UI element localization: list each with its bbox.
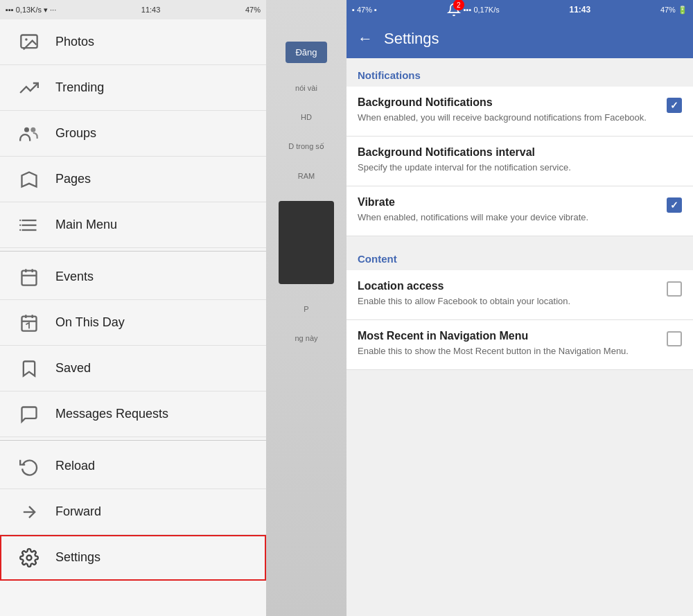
left-panel: ▪▪▪ 0,13K/s ▾ ··· 11:43 47% Photos Trend… bbox=[0, 0, 266, 616]
forward-label: Forward bbox=[55, 504, 101, 519]
setting-bg-notifications-interval[interactable]: Background Notifications interval Specif… bbox=[346, 137, 693, 186]
section-gap bbox=[346, 236, 693, 242]
events-icon bbox=[14, 262, 44, 292]
sidebar-item-events[interactable]: Events bbox=[0, 254, 266, 300]
on-this-day-label: On This Day bbox=[55, 315, 125, 330]
sidebar-item-messages-requests[interactable]: Messages Requests bbox=[0, 391, 266, 437]
location-title: Location access bbox=[358, 280, 658, 292]
setting-background-notifications[interactable]: Background Notifications When enabled, y… bbox=[346, 87, 693, 137]
sidebar-item-trending[interactable]: Trending bbox=[0, 65, 266, 111]
middle-content: Đăng nói vài HD D trong số RAM P ng này bbox=[266, 0, 346, 616]
svg-point-8 bbox=[19, 219, 21, 220]
middle-text-6: ng này bbox=[295, 334, 317, 342]
middle-text-5: P bbox=[304, 305, 308, 313]
middle-text-4: RAM bbox=[298, 172, 315, 180]
wifi-icon: ▾ bbox=[44, 6, 48, 15]
battery-icon-right: ▪ 47% ▪ bbox=[352, 6, 377, 14]
saved-label: Saved bbox=[55, 361, 91, 376]
vibrate-desc: When enabled, notifications will make yo… bbox=[358, 211, 658, 224]
sidebar-item-forward[interactable]: Forward bbox=[0, 489, 266, 535]
status-bar-left: ▪▪▪ 0,13K/s ▾ ··· 11:43 47% bbox=[0, 0, 266, 19]
sidebar-item-photos[interactable]: Photos bbox=[0, 19, 266, 65]
time-right: 11:43 bbox=[569, 5, 590, 15]
back-button[interactable]: ← bbox=[358, 30, 373, 48]
calendar-icon bbox=[14, 308, 44, 338]
svg-rect-0 bbox=[21, 35, 37, 48]
sidebar-item-saved[interactable]: Saved bbox=[0, 346, 266, 391]
bg-notifications-checkbox[interactable] bbox=[667, 98, 682, 113]
bg-notifications-desc: When enabled, you will receive backgroun… bbox=[358, 112, 658, 124]
photos-label: Photos bbox=[55, 35, 94, 49]
bg-interval-text: Background Notifications interval Specif… bbox=[358, 146, 682, 174]
settings-header: ← Settings bbox=[346, 19, 693, 58]
setting-vibrate[interactable]: Vibrate When enabled, notifications will… bbox=[346, 186, 693, 236]
bg-interval-title: Background Notifications interval bbox=[358, 146, 674, 159]
svg-point-9 bbox=[19, 224, 21, 225]
messages-requests-label: Messages Requests bbox=[55, 407, 168, 421]
location-checkbox[interactable] bbox=[667, 281, 682, 297]
dang-button[interactable]: Đăng bbox=[286, 42, 326, 63]
battery-right: 47% 🔋 bbox=[660, 6, 687, 15]
forward-icon bbox=[14, 497, 44, 527]
vibrate-text: Vibrate When enabled, notifications will… bbox=[358, 196, 667, 224]
right-status-center: 2 ▪▪▪ 0,17K/s bbox=[447, 3, 500, 17]
sidebar-item-on-this-day[interactable]: On This Day bbox=[0, 300, 266, 346]
reload-label: Reload bbox=[55, 459, 95, 473]
middle-panel: Đăng nói vài HD D trong số RAM P ng này bbox=[266, 0, 346, 616]
right-status-left: 11:43 bbox=[141, 6, 161, 14]
divider-2 bbox=[0, 440, 266, 441]
bookmark-icon bbox=[14, 353, 44, 384]
dots-icon: ··· bbox=[50, 6, 56, 14]
notification-icon-area: 2 bbox=[447, 3, 461, 17]
trending-label: Trending bbox=[55, 80, 104, 95]
svg-rect-11 bbox=[22, 270, 37, 285]
most-recent-checkbox[interactable] bbox=[667, 331, 682, 346]
most-recent-title: Most Recent in Navigation Menu bbox=[358, 330, 658, 342]
setting-most-recent-nav[interactable]: Most Recent in Navigation Menu Enable th… bbox=[346, 320, 693, 370]
status-bar-right: ▪ 47% ▪ 2 ▪▪▪ 0,17K/s 11:43 47% 🔋 bbox=[346, 0, 693, 19]
location-desc: Enable this to allow Facebook to obtain … bbox=[358, 295, 658, 308]
svg-marker-4 bbox=[22, 172, 37, 186]
photo-icon bbox=[14, 27, 44, 58]
sidebar-item-pages[interactable]: Pages bbox=[0, 157, 266, 202]
sidebar-item-reload[interactable]: Reload bbox=[0, 443, 266, 489]
right-status-left-icons: ▪ 47% ▪ bbox=[352, 6, 377, 14]
middle-text-2: HD bbox=[301, 113, 312, 121]
menu-list: Photos Trending Groups Pages bbox=[0, 19, 266, 616]
list-icon bbox=[14, 210, 44, 240]
middle-text-3: D trong số bbox=[288, 142, 324, 151]
bg-interval-desc: Specify the update interval for the noti… bbox=[358, 161, 674, 174]
signal-right: ▪▪▪ 0,17K/s bbox=[464, 6, 500, 14]
middle-text-1: nói vài bbox=[292, 84, 320, 92]
left-status-icons: ▪▪▪ 0,13K/s ▾ ··· bbox=[6, 6, 56, 15]
pages-icon bbox=[14, 164, 44, 195]
settings-label: Settings bbox=[55, 550, 100, 565]
events-label: Events bbox=[55, 270, 94, 284]
most-recent-text: Most Recent in Navigation Menu Enable th… bbox=[358, 330, 667, 358]
svg-point-2 bbox=[24, 127, 29, 132]
vibrate-checkbox[interactable] bbox=[667, 197, 682, 213]
settings-content: Notifications Background Notifications W… bbox=[346, 58, 693, 616]
battery-left: 47% bbox=[245, 6, 261, 14]
most-recent-desc: Enable this to show the Most Recent butt… bbox=[358, 345, 658, 358]
main-menu-label: Main Menu bbox=[55, 218, 117, 232]
sidebar-item-settings[interactable]: Settings bbox=[0, 535, 266, 581]
sidebar-item-main-menu[interactable]: Main Menu bbox=[0, 202, 266, 248]
dark-image-block bbox=[279, 201, 334, 284]
location-text: Location access Enable this to allow Fac… bbox=[358, 280, 667, 308]
settings-title: Settings bbox=[384, 30, 439, 48]
bg-notifications-text: Background Notifications When enabled, y… bbox=[358, 96, 667, 124]
trending-icon bbox=[14, 73, 44, 103]
svg-point-1 bbox=[25, 38, 28, 41]
groups-label: Groups bbox=[55, 126, 96, 141]
notification-badge: 2 bbox=[453, 0, 464, 10]
reload-icon bbox=[14, 451, 44, 482]
signal-icon: ▪▪▪ bbox=[6, 6, 14, 14]
gear-icon bbox=[14, 543, 44, 573]
svg-point-10 bbox=[19, 229, 21, 230]
setting-location-access[interactable]: Location access Enable this to allow Fac… bbox=[346, 270, 693, 320]
vibrate-title: Vibrate bbox=[358, 196, 658, 209]
sidebar-item-groups[interactable]: Groups bbox=[0, 111, 266, 157]
bg-notifications-title: Background Notifications bbox=[358, 96, 658, 109]
svg-point-20 bbox=[27, 555, 32, 560]
